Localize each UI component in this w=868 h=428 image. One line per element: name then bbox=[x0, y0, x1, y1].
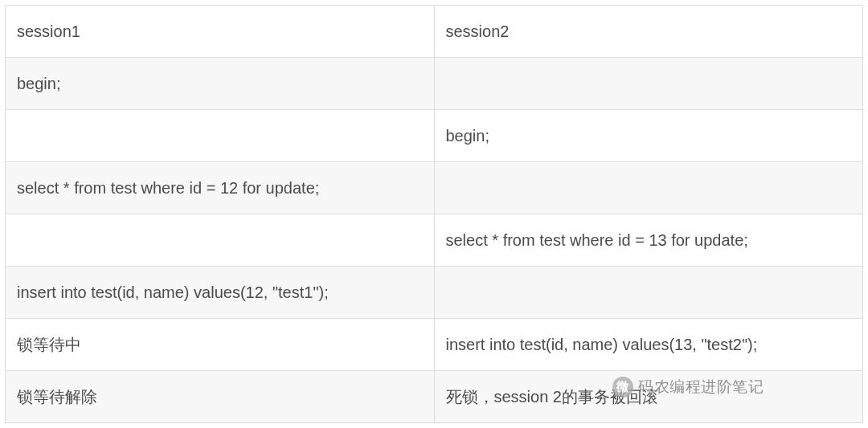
cell-session1: insert into test(id, name) values(12, "t… bbox=[6, 267, 435, 319]
cell-session1: begin; bbox=[6, 58, 435, 110]
deadlock-sessions-table: session1 session2 begin; begin; select *… bbox=[5, 5, 863, 423]
cell-session2: 死锁，session 2的事务被回滚 bbox=[434, 371, 863, 423]
table-row: begin; bbox=[6, 58, 863, 110]
cell-session2: select * from test where id = 13 for upd… bbox=[434, 214, 863, 267]
cell-session2 bbox=[434, 162, 863, 214]
cell-session2 bbox=[434, 267, 863, 319]
table-row: session1 session2 bbox=[6, 6, 863, 58]
table-row: 锁等待解除 死锁，session 2的事务被回滚 bbox=[6, 371, 863, 423]
cell-session1: 锁等待解除 bbox=[6, 371, 435, 423]
cell-session1 bbox=[6, 214, 435, 267]
cell-session1 bbox=[6, 110, 435, 162]
cell-session2: insert into test(id, name) values(13, "t… bbox=[434, 319, 863, 371]
cell-session1: select * from test where id = 12 for upd… bbox=[6, 162, 435, 214]
cell-session2: session2 bbox=[434, 6, 863, 58]
table-row: select * from test where id = 12 for upd… bbox=[6, 162, 863, 214]
cell-session1: session1 bbox=[6, 6, 435, 58]
cell-session2 bbox=[434, 58, 863, 110]
cell-session1: 锁等待中 bbox=[6, 319, 435, 371]
table-row: 锁等待中 insert into test(id, name) values(1… bbox=[6, 319, 863, 371]
table-row: select * from test where id = 13 for upd… bbox=[6, 214, 863, 267]
cell-session2: begin; bbox=[434, 110, 863, 162]
table-row: insert into test(id, name) values(12, "t… bbox=[6, 267, 863, 319]
table-row: begin; bbox=[6, 110, 863, 162]
